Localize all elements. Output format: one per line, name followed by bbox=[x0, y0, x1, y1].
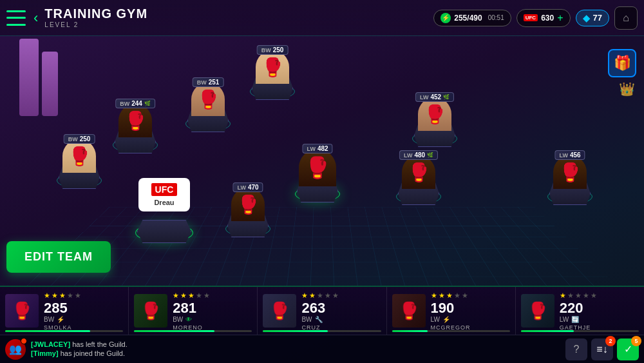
smolka-meta: BW ⚡ bbox=[44, 316, 123, 323]
moreno-bar bbox=[134, 330, 252, 332]
gaethje-avatar: 🥊 bbox=[521, 294, 554, 328]
ufc-plus-button[interactable]: + bbox=[557, 12, 563, 24]
back-button[interactable]: ‹ bbox=[33, 10, 38, 26]
moreno-meta: BW 👁 bbox=[173, 316, 252, 323]
fighter-card-mcgregor[interactable]: 🥊 ★★★ ★★ 190 LW ⚡ MCGREGOR bbox=[387, 287, 516, 335]
mcgregor-meta: LW ⚡ bbox=[431, 316, 510, 323]
fighter-badge-8: LW 480 🌿 bbox=[399, 150, 438, 160]
fighter-badge-2: BW 244 🌿 bbox=[115, 99, 155, 108]
fighter-badge-9: LW 456 bbox=[554, 150, 585, 160]
fighter-badge-5: LW 470 bbox=[232, 182, 263, 192]
page-title: TRAINING GYM bbox=[44, 7, 433, 20]
ufc-placeholder-name: Dreau bbox=[154, 199, 174, 206]
platform-9 bbox=[547, 189, 592, 204]
fighter-card-cruz[interactable]: 🥊 ★★ ★★★ 263 BW 🔧 CRUZ bbox=[258, 287, 386, 335]
header: ‹ TRAINING GYM LEVEL 2 ⚡ 255/490 00:51 U… bbox=[0, 0, 644, 36]
arena-fighter-1[interactable]: BW 250 🥊 bbox=[57, 139, 102, 188]
fighter-card-moreno[interactable]: 🥊 ★★★ ★★ 281 BW 👁 MORENO bbox=[129, 287, 258, 335]
platform-8 bbox=[396, 189, 441, 204]
crown-icon: 👑 bbox=[619, 81, 635, 97]
fighter-avatar-8: 🥊 bbox=[402, 155, 435, 189]
task-button[interactable]: ✓ 5 bbox=[617, 338, 639, 360]
fighter-avatar-6: 🥊 bbox=[299, 149, 336, 186]
cruz-bar bbox=[263, 330, 381, 332]
fighter-badge-7: LW 452 🌿 bbox=[415, 92, 454, 102]
gaethje-meta: LW 🔄 bbox=[560, 316, 639, 323]
cruz-info: ★★ ★★★ 263 BW 🔧 CRUZ bbox=[301, 291, 381, 331]
gaethje-icon: 🔄 bbox=[571, 316, 579, 323]
help-icon: ? bbox=[574, 344, 580, 355]
cruz-stars: ★★ ★★★ bbox=[301, 291, 381, 300]
fighter-avatar-7: 🥊 bbox=[418, 97, 451, 131]
fighter-avatar-2: 🥊 bbox=[118, 104, 152, 137]
fighter-avatar-1: 🥊 bbox=[62, 139, 96, 173]
fighter-badge-6: LW 482 bbox=[302, 144, 332, 153]
fighter-avatar-3: 🥊 bbox=[191, 83, 225, 116]
fighter-card-smolka[interactable]: 🥊 ★★★ ★★ 285 BW ⚡ SMOLKA bbox=[0, 287, 129, 335]
arena: 🎁 👑 BW 250 🥊 BW 244 🌿 🥊 BW bbox=[0, 36, 644, 286]
arena-fighter-3[interactable]: BW 251 🥊 bbox=[185, 83, 231, 132]
smolka-info: ★★★ ★★ 285 BW ⚡ SMOLKA bbox=[44, 291, 123, 331]
ufc-logo-small: UFC bbox=[524, 14, 538, 21]
smolka-bar bbox=[5, 330, 123, 332]
platform-7 bbox=[412, 131, 457, 146]
title-block: TRAINING GYM LEVEL 2 bbox=[44, 7, 433, 28]
edit-team-button[interactable]: EDIT TEAM bbox=[6, 241, 111, 273]
arena-fighter-6[interactable]: LW 482 🥊 bbox=[295, 149, 340, 202]
fighter-card-gaethje[interactable]: 🥊 ★ ★★★★ 220 LW 🔄 GAETHJE bbox=[516, 287, 644, 335]
fighter-avatar-9: 🥊 bbox=[553, 155, 587, 189]
gaethje-info: ★ ★★★★ 220 LW 🔄 GAETHJE bbox=[560, 291, 639, 331]
status-actions: ? ≡↓ 2 ✓ 5 bbox=[565, 338, 639, 360]
energy-timer: 00:51 bbox=[488, 14, 504, 21]
smolka-avatar: 🥊 bbox=[5, 294, 39, 328]
moreno-rating: 281 bbox=[173, 301, 252, 315]
fighter-badge-4: BW 250 bbox=[257, 45, 289, 55]
cruz-name: CRUZ bbox=[301, 324, 381, 331]
gift-button[interactable]: 🎁 bbox=[608, 49, 636, 77]
ufc-points-value: 630 bbox=[541, 14, 554, 23]
fighter-avatar-5: 🥊 bbox=[231, 188, 265, 221]
arena-fighter-9[interactable]: LW 456 🥊 bbox=[547, 155, 592, 204]
guild-messages: [JWLACEY] has left the Guild. [Timmy] ha… bbox=[31, 340, 565, 358]
gem-icon: ◆ bbox=[583, 13, 590, 23]
platform-2 bbox=[113, 137, 158, 153]
arena-fighter-center[interactable] bbox=[135, 223, 193, 242]
gaethje-stars: ★ ★★★★ bbox=[560, 291, 639, 300]
cruz-rating: 263 bbox=[301, 301, 381, 315]
home-button[interactable]: ⌂ bbox=[614, 6, 638, 30]
energy-icon: ⚡ bbox=[440, 13, 451, 23]
header-right: ⚡ 255/490 00:51 UFC 630 + ◆ 77 ⌂ bbox=[433, 6, 638, 30]
chat-badge: 2 bbox=[605, 336, 616, 346]
energy-badge: ⚡ 255/490 00:51 bbox=[433, 10, 511, 26]
gem-value: 77 bbox=[593, 13, 602, 23]
moreno-avatar: 🥊 bbox=[134, 294, 167, 328]
ufc-logo-placeholder: UFC bbox=[151, 183, 178, 196]
platform-4 bbox=[250, 84, 295, 99]
smolka-icon: ⚡ bbox=[57, 316, 64, 323]
arena-fighter-7[interactable]: LW 452 🌿 🥊 bbox=[412, 97, 457, 146]
platform-5 bbox=[225, 221, 270, 237]
chat-button[interactable]: ≡↓ 2 bbox=[591, 338, 613, 360]
page-subtitle: LEVEL 2 bbox=[44, 21, 433, 28]
guild-message-1: [JWLACEY] has left the Guild. bbox=[31, 340, 565, 348]
moreno-stars: ★★★ ★★ bbox=[173, 291, 252, 300]
guild-icon: 👥 bbox=[9, 343, 22, 355]
arena-fighter-2[interactable]: BW 244 🌿 🥊 bbox=[113, 104, 158, 153]
chat-icon: ≡↓ bbox=[596, 344, 607, 355]
arena-fighter-4[interactable]: BW 250 🥊 bbox=[250, 50, 295, 99]
task-badge: 5 bbox=[631, 336, 641, 346]
task-icon: ✓ bbox=[624, 343, 632, 355]
mcgregor-bar bbox=[392, 330, 510, 332]
gift-icon: 🎁 bbox=[614, 55, 631, 72]
help-button[interactable]: ? bbox=[565, 338, 587, 360]
platform-active bbox=[135, 223, 193, 242]
guild-button[interactable]: 👥 bbox=[5, 339, 26, 360]
menu-button[interactable] bbox=[6, 10, 26, 26]
arena-fighter-8[interactable]: LW 480 🌿 🥊 bbox=[396, 155, 441, 204]
moreno-icon: 👁 bbox=[185, 316, 192, 323]
arena-fighter-5[interactable]: LW 470 🥊 bbox=[225, 188, 270, 237]
mcgregor-info: ★★★ ★★ 190 LW ⚡ MCGREGOR bbox=[431, 291, 510, 331]
cruz-icon: 🔧 bbox=[315, 316, 323, 323]
ufc-placeholder[interactable]: UFC Dreau bbox=[138, 178, 190, 211]
gaethje-bar bbox=[521, 330, 639, 332]
